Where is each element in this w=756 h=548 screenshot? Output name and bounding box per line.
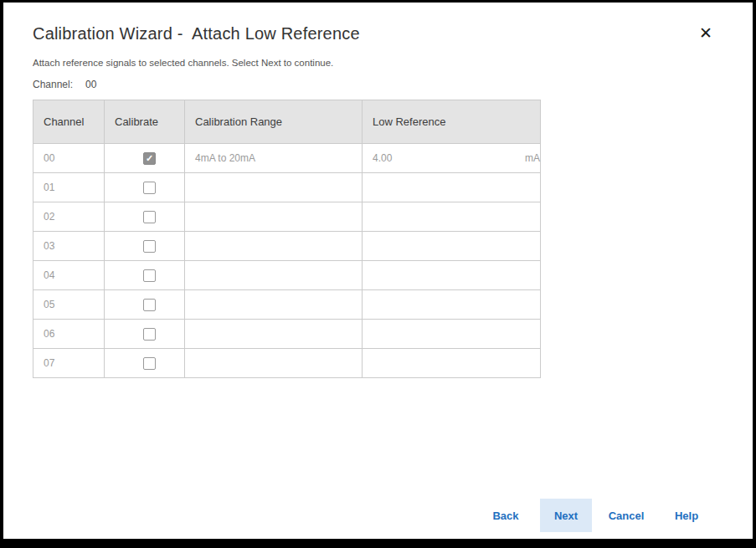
cancel-button[interactable]: Cancel	[600, 499, 652, 532]
screenshot-frame: Calibration Wizard - Attach Low Referenc…	[0, 0, 756, 548]
calibrate-cell	[105, 261, 185, 290]
low-reference-cell	[363, 261, 541, 290]
channel-cell: 06	[33, 320, 105, 349]
calibration-range-cell	[185, 202, 363, 232]
column-header-low-reference: Low Reference	[363, 100, 541, 144]
calibrate-checkbox[interactable]	[143, 211, 156, 223]
table-row: 07	[33, 349, 541, 378]
calibrate-cell	[105, 144, 185, 173]
calibrate-cell	[105, 173, 185, 202]
channel-value: 00	[85, 79, 96, 90]
channel-indicator: Channel:00	[33, 79, 712, 90]
table-row: 05	[33, 290, 541, 320]
channel-cell: 07	[33, 349, 105, 378]
calibration-range-cell	[185, 173, 363, 202]
channel-cell: 01	[33, 173, 105, 202]
calibrate-checkbox[interactable]	[143, 328, 156, 341]
calibration-range-cell: 4mA to 20mA	[185, 144, 363, 173]
table-row: 02	[33, 202, 541, 232]
low-reference-cell	[363, 290, 541, 320]
channel-label: Channel:	[33, 79, 73, 90]
table-row: 04	[33, 261, 541, 290]
wizard-footer: Back Next Cancel Help	[480, 499, 712, 532]
table-row: 06	[33, 320, 541, 349]
close-button[interactable]: ✕	[699, 25, 712, 41]
calibrate-checkbox[interactable]	[143, 182, 156, 194]
back-button[interactable]: Back	[480, 499, 532, 532]
calibrate-checkbox[interactable]	[143, 299, 156, 311]
table-header-row: Channel Calibrate Calibration Range Low …	[33, 100, 541, 144]
channel-cell: 00	[33, 144, 105, 173]
close-icon: ✕	[699, 24, 712, 42]
channel-cell: 03	[33, 232, 105, 261]
calibrate-checkbox[interactable]	[143, 357, 156, 370]
help-button[interactable]: Help	[661, 499, 712, 532]
calibrate-cell	[105, 349, 185, 378]
column-header-calibration-range: Calibration Range	[185, 100, 363, 144]
instructions-text: Attach reference signals to selected cha…	[33, 58, 712, 68]
calibrate-cell	[105, 232, 185, 261]
low-reference-cell	[363, 349, 541, 378]
column-header-channel: Channel	[33, 100, 105, 144]
calibrate-cell	[105, 202, 185, 232]
calibration-range-cell	[185, 349, 363, 378]
low-reference-cell	[363, 320, 541, 349]
calibrate-cell	[105, 320, 185, 349]
calibrate-checkbox[interactable]	[143, 240, 156, 253]
calibration-range-cell	[185, 290, 363, 320]
channel-cell: 04	[33, 261, 105, 290]
calibration-range-cell	[185, 320, 363, 349]
dialog-title: Calibration Wizard - Attach Low Referenc…	[33, 24, 712, 44]
low-reference-unit: mA	[525, 152, 540, 164]
dialog-header: Calibration Wizard - Attach Low Referenc…	[33, 24, 712, 44]
calibrate-cell	[105, 290, 185, 320]
column-header-calibrate: Calibrate	[105, 100, 185, 144]
table-row: 01	[33, 173, 541, 202]
calibration-range-cell	[185, 232, 363, 261]
table-row: 00 4mA to 20mA 4.00mA	[33, 144, 541, 173]
low-reference-cell	[363, 202, 541, 232]
calibration-wizard-dialog: Calibration Wizard - Attach Low Referenc…	[3, 3, 753, 378]
low-reference-cell	[363, 232, 541, 261]
channel-cell: 05	[33, 290, 105, 320]
low-reference-value[interactable]: 4.00	[373, 152, 392, 164]
calibration-table: Channel Calibrate Calibration Range Low …	[33, 100, 541, 378]
low-reference-cell: 4.00mA	[363, 144, 541, 173]
table-row: 03	[33, 232, 541, 261]
low-reference-cell	[363, 173, 541, 202]
calibrate-checkbox[interactable]	[143, 269, 156, 282]
calibration-range-cell	[185, 261, 363, 290]
next-button[interactable]: Next	[540, 499, 592, 532]
channel-cell: 02	[33, 202, 105, 232]
calibrate-checkbox[interactable]	[143, 152, 156, 165]
